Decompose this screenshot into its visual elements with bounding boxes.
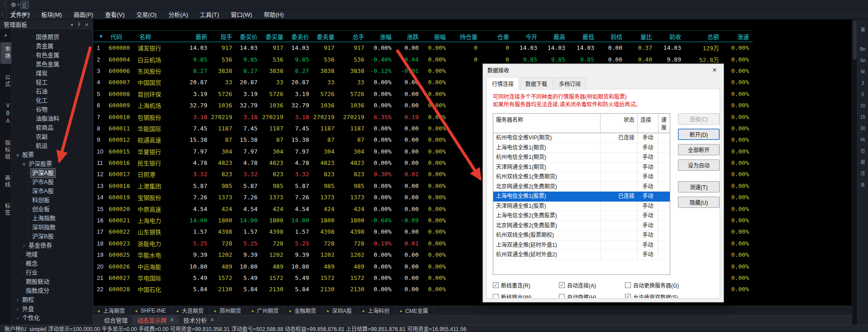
server-row[interactable]: 杭州电信全推1(期货)手动	[493, 153, 670, 163]
tree-item-油脂油料[interactable]: ┄油脂油料	[12, 114, 93, 123]
column-header-振幅[interactable]: 振幅	[422, 32, 449, 41]
period-button-3[interactable]: 3	[858, 77, 868, 89]
tree-item-创业板[interactable]: ┄创业板	[12, 205, 93, 214]
checkbox-自动更换服务器(G)[interactable]: 自动更换服务器(G)	[625, 281, 711, 289]
mouse-mode-icon[interactable]: ▯	[20, 1, 29, 9]
column-header-委卖价[interactable]: 委卖价	[287, 32, 313, 41]
menu-item-6[interactable]: 工具(T)	[194, 11, 225, 18]
page-tab-技术分析[interactable]: 技术分析✕	[179, 315, 219, 325]
tree-item-外盘[interactable]: ›外盘	[12, 304, 93, 313]
checkbox-box[interactable]: ✓	[559, 282, 565, 288]
dialog-button-设为自动[interactable]: 设为自动	[678, 159, 720, 171]
checkbox-box[interactable]: ✓	[625, 294, 631, 298]
tree-item-沪市A股[interactable]: ┄沪市A股	[12, 178, 93, 187]
tree-item-有色金属[interactable]: ┄有色金属	[12, 51, 93, 60]
market-tab-上海期货[interactable]: ▲上海期货	[93, 306, 131, 315]
column-header-前收[interactable]: 前收	[656, 32, 685, 41]
tab-close-icon[interactable]: ✕	[170, 317, 174, 323]
tree-item-国债期货[interactable]: ┄国债期货	[12, 33, 93, 42]
column-header-名称[interactable]: 名称	[136, 32, 177, 41]
dialog-button-全部断开[interactable]: 全部断开	[678, 144, 720, 155]
dialog-button-连接(C)[interactable]: 连接(C)	[678, 113, 720, 125]
tab-close-icon[interactable]: ✕	[210, 317, 214, 323]
server-row[interactable]: 北京网通全推2(免费股票)手动	[493, 221, 670, 231]
menu-item-8[interactable]: 帮助(H)	[258, 11, 290, 18]
tree-item-指数成分[interactable]: ┄指数成分	[12, 286, 93, 295]
server-row[interactable]: 北京网通全推2(免费期货)手动	[493, 182, 670, 192]
column-header-量比[interactable]: 量比	[626, 32, 656, 41]
column-header-代码[interactable]: 代码	[107, 32, 136, 41]
column-header-委买量[interactable]: 委买量	[261, 32, 287, 41]
tree-item-基金债券[interactable]: ›基金债券	[12, 241, 93, 250]
tree-item-沪深A股[interactable]: ┄沪深A股	[12, 168, 93, 178]
side-tab-画线[interactable]: 画线	[0, 171, 11, 192]
period-button-年[interactable]: 年	[858, 179, 868, 191]
tree-item-行业[interactable]: ┄行业	[12, 268, 93, 277]
column-header-最低[interactable]: 最低	[569, 32, 598, 41]
column-header-今开[interactable]: 今开	[513, 32, 541, 41]
expander-open-icon[interactable]: ∨	[14, 150, 21, 159]
tree-item-煤炭[interactable]: ┄煤炭	[12, 69, 93, 78]
market-tab-CME金属[interactable]: ▲CME金属	[396, 306, 434, 315]
tree-item-化工[interactable]: ┄化工	[12, 96, 93, 105]
scrollbar-thumb[interactable]	[853, 20, 857, 59]
column-header-前结[interactable]: 前结	[598, 32, 626, 41]
column-header-最高[interactable]: 最高	[541, 32, 569, 41]
tree-item-农副[interactable]: ┄农副	[12, 132, 93, 141]
filter-icon[interactable]: ▼	[93, 34, 107, 39]
column-header-涨速[interactable]: 涨速	[723, 32, 753, 41]
menu-item-4[interactable]: 交易(O)	[130, 11, 162, 18]
server-row[interactable]: 杭州双线全推1(免费期货)手动	[493, 172, 670, 182]
checkbox-box[interactable]: ✓	[493, 282, 499, 288]
tree-item-概念[interactable]: ┄概念	[12, 259, 93, 268]
server-row[interactable]: 上海电信全推1(股票)已连接手动	[493, 192, 670, 202]
tree-item-沪深股票[interactable]: ∨沪深股票	[12, 159, 93, 168]
expander-open-icon[interactable]: ∨	[21, 159, 27, 168]
table-row[interactable]: 1600000浦发银行14.0391714.0391714.039179170.…	[93, 42, 753, 53]
market-tab-SHFE-INE[interactable]: ▲SHFE-INE	[131, 306, 172, 315]
tabstrip-scroll-up-icon[interactable]: ▲	[4, 32, 8, 39]
server-row[interactable]: 杭州双通全推(延时外盘2)手动	[493, 250, 670, 260]
checkbox-断线重连(R)[interactable]: ✓断线重连(R)	[493, 281, 559, 289]
period-button-周[interactable]: 周	[858, 157, 868, 168]
server-row[interactable]: 上海双通全推(延时外盘1)手动	[493, 241, 670, 250]
market-tab-深圳A股[interactable]: ▲深圳A股	[322, 306, 358, 315]
column-header-总额[interactable]: 总额	[685, 32, 723, 41]
settings-gear-icon-dropdown[interactable]: ▾	[18, 3, 19, 7]
menu-item-1[interactable]: 板块(M)	[35, 11, 68, 18]
server-column-状态[interactable]: 状态	[601, 114, 638, 133]
expander-closed-icon[interactable]: ›	[14, 304, 21, 313]
server-row[interactable]: 天津网通全推1(期货)手动	[493, 163, 670, 173]
quote-table-header[interactable]: ▼代码名称最新现手委买价委买量委卖价委卖量总手涨幅涨跌振幅持仓量仓差今开最高最低…	[93, 30, 753, 42]
tree-item-贵金属[interactable]: ┄贵金属	[12, 42, 93, 51]
server-row[interactable]: 天津网通全推1(股票)手动	[493, 202, 670, 212]
menu-item-5[interactable]: 分析(A)	[162, 11, 194, 18]
market-tab-上海科创[interactable]: ▲上海科创	[358, 306, 396, 315]
checkbox-允许使用双数据(S)[interactable]: ✓允许使用双数据(S)	[625, 293, 711, 298]
side-tab-公式[interactable]: 公式	[0, 70, 11, 92]
dialog-button-测速(T)[interactable]: 测速(T)	[678, 181, 720, 192]
server-row[interactable]: 上海电信全推2(免费股票)手动	[493, 211, 670, 221]
market-tab-金融期货[interactable]: ▲金融期货	[285, 306, 322, 315]
dialog-title-bar[interactable]: 数据接收 ✕	[483, 64, 724, 76]
side-tab-市场[interactable]: 市场	[0, 42, 11, 64]
dialog-tab-多档订阅[interactable]: 多档订阅	[553, 77, 586, 90]
tree-item-深圳指数[interactable]: ┄深圳指数	[12, 223, 93, 232]
tree-item-股票[interactable]: ∨股票	[12, 150, 93, 159]
checkbox-box[interactable]	[493, 294, 499, 298]
side-tab-VBA[interactable]: VBA	[0, 98, 11, 130]
tree-item-期股联动[interactable]: ┄期股联动	[12, 277, 93, 286]
period-button-Sn[interactable]: Sn	[858, 55, 868, 66]
column-header-总手[interactable]: 总手	[338, 32, 368, 41]
dialog-button-隐藏(U)[interactable]: 隐藏(U)	[678, 197, 720, 208]
dialog-close-icon[interactable]: ✕	[708, 67, 721, 73]
expander-closed-icon[interactable]: ›	[14, 313, 21, 322]
column-header-最新[interactable]: 最新	[177, 32, 211, 41]
page-tab-动态显示牌[interactable]: 动态显示牌✕	[133, 315, 179, 325]
side-tab-指标组[interactable]: 指标组	[0, 136, 11, 164]
tree-item-谷物[interactable]: ┄谷物	[12, 105, 93, 114]
menu-item-3[interactable]: 查看(V)	[99, 11, 130, 18]
settings-gear-icon[interactable]: ⚙	[10, 1, 18, 9]
pin-icon[interactable]: Ŧ	[76, 22, 83, 27]
period-button-10[interactable]: 10	[858, 100, 868, 111]
